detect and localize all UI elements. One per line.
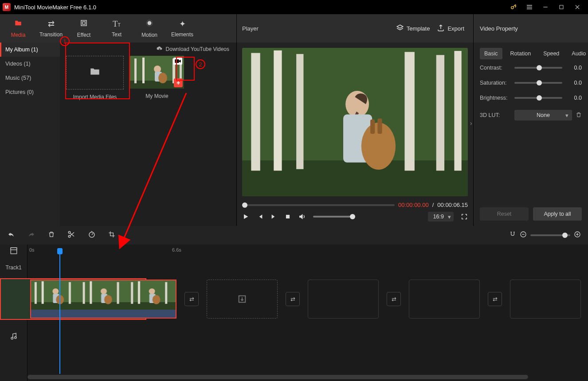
media-thumbnail[interactable]: + <box>130 56 184 89</box>
prop-tab-rotation[interactable]: Rotation <box>506 48 536 59</box>
tab-motion[interactable]: Motion <box>133 14 166 43</box>
prop-tab-speed[interactable]: Speed <box>539 48 564 59</box>
svg-rect-18 <box>251 53 260 171</box>
crop-button[interactable] <box>108 231 115 240</box>
zoom-out-button[interactable] <box>520 231 527 240</box>
album-videos[interactable]: Videos (1) <box>0 57 60 71</box>
svg-rect-1 <box>560 5 563 9</box>
export-button[interactable]: Export <box>433 21 468 36</box>
volume-slider[interactable] <box>313 216 353 218</box>
play-button[interactable] <box>242 213 249 220</box>
media-label: My Movie <box>145 93 168 99</box>
template-button[interactable]: Template <box>392 21 434 36</box>
timeline-scrollbar[interactable] <box>27 375 584 379</box>
export-label: Export <box>447 25 464 32</box>
svg-rect-48 <box>31 280 176 310</box>
svg-rect-2 <box>81 20 86 26</box>
empty-clip-slot[interactable] <box>409 280 480 319</box>
app-logo-icon: M <box>3 3 11 11</box>
timeline-layout-button[interactable] <box>0 245 27 257</box>
fullscreen-button[interactable] <box>461 213 468 220</box>
upgrade-key-icon[interactable] <box>506 0 521 14</box>
transition-slot-button[interactable]: ⇄ <box>286 292 300 306</box>
speed-button[interactable] <box>88 230 96 240</box>
ruler-tick: 0s <box>29 247 35 253</box>
folder-icon <box>14 19 23 29</box>
split-button[interactable] <box>67 230 75 240</box>
delete-button[interactable] <box>48 231 55 240</box>
track-label: Track1 <box>0 257 27 278</box>
tab-effect[interactable]: Effect <box>67 14 100 43</box>
transition-icon: ⇄ <box>48 19 55 29</box>
download-youtube-link[interactable]: Download YouTube Videos <box>60 43 236 56</box>
lut-delete-icon[interactable] <box>576 112 582 119</box>
empty-clip-slot[interactable] <box>207 280 278 319</box>
elements-icon: ✦ <box>179 19 186 29</box>
svg-point-38 <box>11 337 13 339</box>
brightness-label: Brightness: <box>480 95 511 101</box>
timeline-clip[interactable] <box>30 280 176 319</box>
main-tabbar: Media ⇄ Transition Effect TT Text Moti <box>0 14 236 43</box>
reset-button[interactable]: Reset <box>480 207 529 221</box>
timeline: Track1 0s 6.6s <box>0 226 588 381</box>
saturation-slider[interactable] <box>514 82 562 84</box>
undo-button[interactable] <box>7 230 15 240</box>
snap-button[interactable] <box>509 231 516 240</box>
redo-button[interactable] <box>27 230 35 240</box>
lut-select[interactable]: None <box>514 110 572 121</box>
seek-bar[interactable] <box>242 204 395 206</box>
media-panel: Media ⇄ Transition Effect TT Text Moti <box>0 14 237 226</box>
apply-all-button[interactable]: Apply to all <box>533 207 582 221</box>
transition-slot-button[interactable]: ⇄ <box>488 292 502 306</box>
tab-label: Media <box>11 32 26 38</box>
album-my-album[interactable]: My Album (1) <box>0 43 60 57</box>
album-music[interactable]: Music (57) <box>0 71 60 85</box>
maximize-button[interactable] <box>553 0 569 14</box>
tab-label: Motion <box>141 32 157 38</box>
svg-rect-22 <box>436 55 444 171</box>
tab-elements[interactable]: ✦ Elements <box>166 14 199 43</box>
folder-open-icon <box>88 66 102 80</box>
next-frame-button[interactable] <box>270 213 278 220</box>
menu-icon[interactable] <box>521 0 537 14</box>
brightness-slider[interactable] <box>514 97 562 99</box>
svg-rect-15 <box>175 59 179 63</box>
add-to-timeline-button[interactable]: + <box>174 78 183 87</box>
stop-button[interactable] <box>285 214 291 220</box>
prop-tab-basic[interactable]: Basic <box>480 48 502 59</box>
prop-tab-audio[interactable]: Audio <box>567 48 588 59</box>
contrast-slider[interactable] <box>514 67 562 69</box>
collapse-panel-icon[interactable]: › <box>470 120 472 127</box>
contrast-label: Contrast: <box>480 65 511 71</box>
album-pictures[interactable]: Pictures (0) <box>0 85 60 99</box>
import-media-button[interactable] <box>66 56 124 89</box>
text-icon: TT <box>113 19 121 29</box>
minimize-button[interactable] <box>537 0 553 14</box>
playhead[interactable] <box>59 249 60 374</box>
zoom-in-button[interactable] <box>574 231 581 240</box>
prev-frame-button[interactable] <box>256 213 263 220</box>
empty-clip-slot[interactable] <box>510 280 581 319</box>
tab-media[interactable]: Media <box>2 14 35 43</box>
tab-label: Effect <box>77 32 90 38</box>
transition-slot-button[interactable]: ⇄ <box>387 292 401 306</box>
time-current: 00:00:00.00 <box>398 202 429 208</box>
property-panel: Video Property › Basic Rotation Speed Au… <box>474 14 588 226</box>
svg-point-39 <box>14 337 16 339</box>
tab-text[interactable]: TT Text <box>100 14 133 43</box>
lut-label: 3D LUT: <box>480 112 511 118</box>
aspect-ratio-select[interactable]: 16:9 <box>428 212 454 222</box>
close-button[interactable] <box>569 0 585 14</box>
transition-slot-button[interactable]: ⇄ <box>184 292 199 306</box>
tab-transition[interactable]: ⇄ Transition <box>35 14 67 43</box>
volume-button[interactable] <box>298 213 306 221</box>
zoom-slider[interactable] <box>530 234 570 236</box>
export-icon <box>437 24 445 33</box>
svg-rect-9 <box>142 58 145 83</box>
svg-rect-23 <box>454 51 461 171</box>
svg-rect-20 <box>296 54 303 169</box>
template-label: Template <box>407 25 430 32</box>
empty-clip-slot[interactable] <box>308 280 379 319</box>
clip-audio-icon <box>31 310 176 318</box>
timeline-ruler[interactable]: 0s 6.6s <box>27 245 588 257</box>
